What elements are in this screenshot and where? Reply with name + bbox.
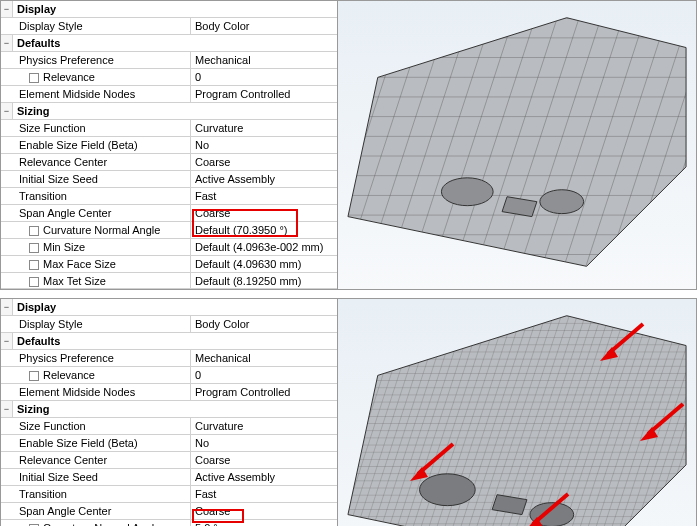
mesh-fine-icon bbox=[338, 299, 696, 526]
prop-value[interactable]: Curvature bbox=[191, 120, 337, 136]
checkbox-icon[interactable] bbox=[29, 73, 39, 83]
prop-row[interactable]: Max Face SizeDefault (4.09630 mm) bbox=[1, 256, 337, 273]
prop-row[interactable]: Physics PreferenceMechanical bbox=[1, 52, 337, 69]
section-sizing[interactable]: Sizing bbox=[13, 401, 337, 417]
collapse-icon[interactable]: − bbox=[1, 299, 13, 315]
svg-point-3 bbox=[540, 190, 584, 214]
prop-row[interactable]: Element Midside NodesProgram Controlled bbox=[1, 86, 337, 103]
property-grid-top: −Display Display StyleBody Color −Defaul… bbox=[1, 1, 338, 289]
prop-value[interactable]: Body Color bbox=[191, 316, 337, 332]
prop-row[interactable]: Relevance0 bbox=[1, 69, 337, 86]
prop-value[interactable]: Curvature bbox=[191, 418, 337, 434]
prop-label: Span Angle Center bbox=[13, 503, 191, 519]
prop-row[interactable]: TransitionFast bbox=[1, 486, 337, 503]
prop-label: Display Style bbox=[13, 316, 191, 332]
prop-row[interactable]: Physics PreferenceMechanical bbox=[1, 350, 337, 367]
section-sizing[interactable]: Sizing bbox=[13, 103, 337, 119]
prop-label: Size Function bbox=[13, 418, 191, 434]
prop-value[interactable]: Body Color bbox=[191, 18, 337, 34]
prop-value[interactable]: Default (4.0963e-002 mm) bbox=[191, 239, 337, 255]
prop-value[interactable]: Coarse bbox=[191, 503, 337, 519]
checkbox-icon[interactable] bbox=[29, 277, 39, 287]
prop-row[interactable]: Size FunctionCurvature bbox=[1, 418, 337, 435]
prop-row[interactable]: Display StyleBody Color bbox=[1, 18, 337, 35]
prop-value[interactable]: Fast bbox=[191, 486, 337, 502]
section-display[interactable]: Display bbox=[13, 1, 337, 17]
checkbox-icon[interactable] bbox=[29, 260, 39, 270]
checkbox-icon[interactable] bbox=[29, 243, 39, 253]
prop-value[interactable]: 5.0 ° bbox=[191, 520, 337, 526]
prop-value[interactable]: Default (70.3950 °) bbox=[191, 222, 337, 238]
top-panel: −Display Display StyleBody Color −Defaul… bbox=[0, 0, 697, 290]
prop-value[interactable]: No bbox=[191, 435, 337, 451]
mesh-coarse-icon bbox=[338, 1, 696, 289]
prop-label: Relevance bbox=[13, 367, 191, 383]
prop-value[interactable]: Program Controlled bbox=[191, 86, 337, 102]
prop-value[interactable]: Active Assembly bbox=[191, 171, 337, 187]
prop-row[interactable]: Size FunctionCurvature bbox=[1, 120, 337, 137]
prop-row[interactable]: Enable Size Field (Beta)No bbox=[1, 435, 337, 452]
prop-label: Max Tet Size bbox=[13, 273, 191, 288]
prop-value[interactable]: Mechanical bbox=[191, 350, 337, 366]
prop-value[interactable]: No bbox=[191, 137, 337, 153]
prop-row[interactable]: Relevance CenterCoarse bbox=[1, 154, 337, 171]
prop-row[interactable]: Span Angle CenterCoarse bbox=[1, 205, 337, 222]
svg-point-2 bbox=[441, 178, 493, 206]
prop-row[interactable]: Span Angle CenterCoarse bbox=[1, 503, 337, 520]
prop-label: Display Style bbox=[13, 18, 191, 34]
prop-label: Enable Size Field (Beta) bbox=[13, 137, 191, 153]
section-defaults[interactable]: Defaults bbox=[13, 333, 337, 349]
prop-label: Transition bbox=[13, 188, 191, 204]
section-display[interactable]: Display bbox=[13, 299, 337, 315]
collapse-icon[interactable]: − bbox=[1, 35, 13, 51]
property-grid-bottom: −Display Display StyleBody Color −Defaul… bbox=[1, 299, 338, 526]
mesh-viewport-bottom[interactable]: CAE中学生 bbox=[338, 299, 696, 526]
prop-value[interactable]: Coarse bbox=[191, 154, 337, 170]
section-defaults[interactable]: Defaults bbox=[13, 35, 337, 51]
prop-row[interactable]: Initial Size SeedActive Assembly bbox=[1, 171, 337, 188]
prop-row[interactable]: Min SizeDefault (4.0963e-002 mm) bbox=[1, 239, 337, 256]
mesh-viewport-top[interactable] bbox=[338, 1, 696, 289]
prop-label: Curvature Normal Angle bbox=[13, 520, 191, 526]
prop-value[interactable]: Mechanical bbox=[191, 52, 337, 68]
prop-value[interactable]: Default (4.09630 mm) bbox=[191, 256, 337, 272]
svg-point-7 bbox=[420, 474, 476, 506]
svg-marker-1 bbox=[348, 18, 686, 267]
prop-row[interactable]: TransitionFast bbox=[1, 188, 337, 205]
prop-label: Span Angle Center bbox=[13, 205, 191, 221]
collapse-icon[interactable]: − bbox=[1, 401, 13, 417]
prop-value[interactable]: Default (8.19250 mm) bbox=[191, 273, 337, 288]
prop-value[interactable]: 0 bbox=[191, 69, 337, 85]
prop-value[interactable]: Fast bbox=[191, 188, 337, 204]
prop-label: Size Function bbox=[13, 120, 191, 136]
prop-label: Relevance Center bbox=[13, 154, 191, 170]
prop-row[interactable]: Initial Size SeedActive Assembly bbox=[1, 469, 337, 486]
prop-row[interactable]: Relevance0 bbox=[1, 367, 337, 384]
prop-label: Max Face Size bbox=[13, 256, 191, 272]
prop-value[interactable]: 0 bbox=[191, 367, 337, 383]
prop-row[interactable]: Display StyleBody Color bbox=[1, 316, 337, 333]
prop-label: Transition bbox=[13, 486, 191, 502]
prop-label: Physics Preference bbox=[13, 52, 191, 68]
prop-row[interactable]: Curvature Normal AngleDefault (70.3950 °… bbox=[1, 222, 337, 239]
prop-value[interactable]: Active Assembly bbox=[191, 469, 337, 485]
prop-label: Initial Size Seed bbox=[13, 171, 191, 187]
prop-row[interactable]: Element Midside NodesProgram Controlled bbox=[1, 384, 337, 401]
collapse-icon[interactable]: − bbox=[1, 103, 13, 119]
checkbox-icon[interactable] bbox=[29, 371, 39, 381]
prop-value[interactable]: Coarse bbox=[191, 205, 337, 221]
prop-value[interactable]: Coarse bbox=[191, 452, 337, 468]
prop-label: Enable Size Field (Beta) bbox=[13, 435, 191, 451]
prop-row[interactable]: Max Tet SizeDefault (8.19250 mm) bbox=[1, 273, 337, 289]
svg-marker-6 bbox=[348, 316, 686, 526]
collapse-icon[interactable]: − bbox=[1, 1, 13, 17]
prop-row[interactable]: Curvature Normal Angle5.0 ° bbox=[1, 520, 337, 526]
prop-value[interactable]: Program Controlled bbox=[191, 384, 337, 400]
svg-point-8 bbox=[530, 503, 574, 526]
prop-row[interactable]: Relevance CenterCoarse bbox=[1, 452, 337, 469]
collapse-icon[interactable]: − bbox=[1, 333, 13, 349]
bottom-panel: −Display Display StyleBody Color −Defaul… bbox=[0, 298, 697, 526]
prop-label: Initial Size Seed bbox=[13, 469, 191, 485]
prop-row[interactable]: Enable Size Field (Beta)No bbox=[1, 137, 337, 154]
checkbox-icon[interactable] bbox=[29, 226, 39, 236]
